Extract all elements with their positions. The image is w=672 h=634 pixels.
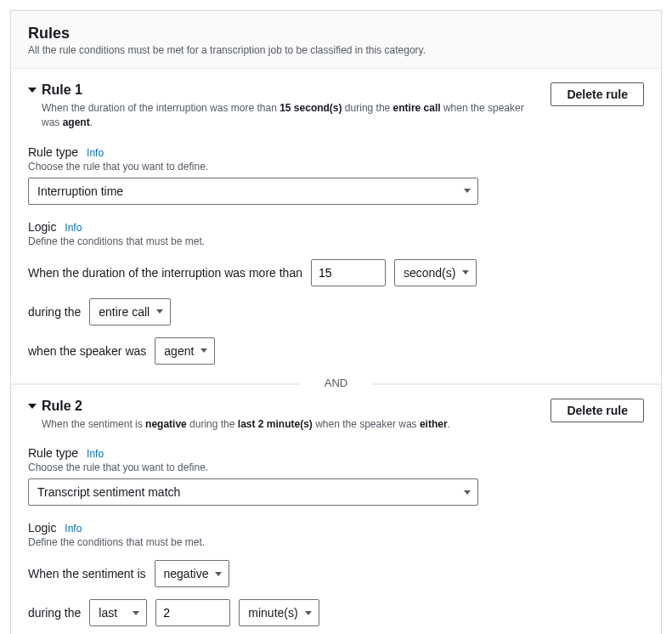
rule-1-title: Rule 1 [42,82,82,98]
logic-info-link[interactable]: Info [65,523,82,535]
rule-type-info-link[interactable]: Info [87,147,104,159]
rule-block-2: Rule 2 When the sentiment is negative du… [28,399,644,634]
rule-2-summary: When the sentiment is negative during th… [42,417,540,432]
when-speaker-label: when the speaker was [28,344,146,358]
and-separator: AND [11,383,661,385]
panel-body: Rule 1 When the duration of the interrup… [11,69,661,634]
logic-label: Logic [28,220,56,234]
chevron-down-icon [305,611,312,615]
chevron-down-icon [464,189,471,193]
logic-info-link[interactable]: Info [65,222,82,234]
during-the-label: during the [28,606,81,620]
page-subtitle: All the rule conditions must be met for … [28,44,644,56]
during-the-label: during the [28,305,81,319]
rule-1-duration-input[interactable] [311,259,386,286]
rule-1-speaker-select[interactable]: agent [155,337,215,365]
rule-1-type-select[interactable]: Interruption time [28,178,478,205]
logic-label: Logic [28,521,56,535]
rule-1-during-select[interactable]: entire call [89,298,171,325]
rule-2-during-count-input[interactable] [155,599,230,626]
rule-type-label: Rule type [28,145,78,159]
rule-2-during-unit-select[interactable]: minute(s) [239,599,319,626]
chevron-down-icon [156,309,163,314]
panel-header: Rules All the rule conditions must be me… [11,11,661,69]
rule-2-toggle[interactable]: Rule 2 [28,399,540,414]
chevron-down-icon [133,611,139,615]
rule-type-label: Rule type [28,446,78,460]
chevron-down-icon [200,348,207,353]
rule-1-unit-select[interactable]: second(s) [394,259,477,286]
page-title: Rules [28,25,644,42]
rule-2-logic-prefix: When the sentiment is [28,567,146,580]
rule-2-title: Rule 2 [42,399,82,414]
rules-panel: Rules All the rule conditions must be me… [10,10,662,634]
chevron-down-icon [215,572,222,576]
rule-type-desc: Choose the rule that you want to define. [28,461,644,473]
delete-rule-1-button[interactable]: Delete rule [551,82,644,106]
logic-desc: Define the conditions that must be met. [28,536,644,548]
rule-2-during-mode-select[interactable]: last [89,599,147,626]
rule-type-desc: Choose the rule that you want to define. [28,161,644,173]
logic-desc: Define the conditions that must be met. [28,235,644,247]
delete-rule-2-button[interactable]: Delete rule [551,399,644,422]
rule-1-toggle[interactable]: Rule 1 [28,82,540,98]
caret-down-icon [28,88,37,93]
rule-type-info-link[interactable]: Info [87,448,104,460]
rule-2-sentiment-select[interactable]: negative [155,560,230,587]
chevron-down-icon [464,490,471,495]
rule-block-1: Rule 1 When the duration of the interrup… [28,82,644,371]
rule-1-logic-prefix: When the duration of the interruption wa… [28,266,302,280]
chevron-down-icon [462,270,469,275]
caret-down-icon [28,404,37,409]
rule-2-type-select[interactable]: Transcript sentiment match [28,478,478,506]
rule-1-summary: When the duration of the interruption wa… [42,101,540,130]
